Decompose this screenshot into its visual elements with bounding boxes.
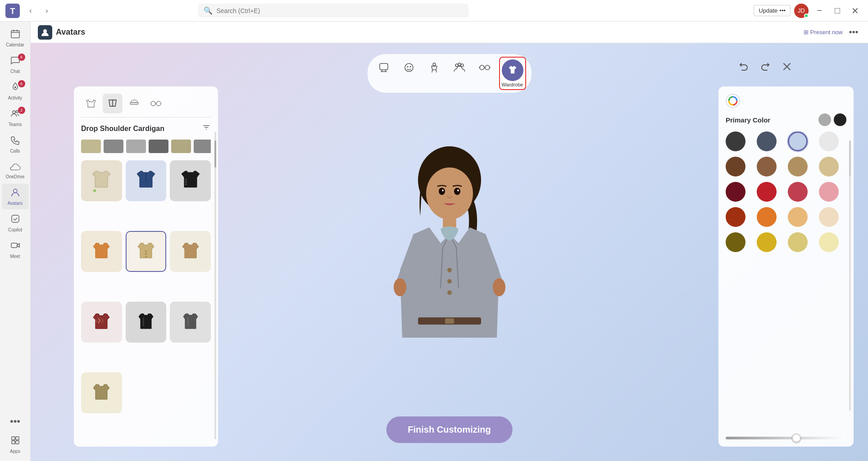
sidebar-item-avatars[interactable]: Avatars <box>2 184 29 209</box>
svg-rect-15 <box>16 441 19 444</box>
wardrobe-scrollbar[interactable] <box>214 131 216 439</box>
calendar-label: Calendar <box>6 42 24 47</box>
color-swatch-lightpink[interactable] <box>819 182 839 202</box>
color-panel-header <box>726 94 846 108</box>
wardrobe-tab-tops[interactable] <box>81 94 101 113</box>
sidebar-item-copilot[interactable]: Copilot <box>2 210 29 236</box>
toolbar-body[interactable] <box>423 57 445 90</box>
color-slider[interactable] <box>726 437 846 439</box>
nav-buttons: ‹ › <box>23 4 54 18</box>
wardrobe-label: Wardrobe <box>502 82 523 87</box>
color-swatch-lighttan[interactable] <box>819 157 839 176</box>
color-swatch-brown[interactable] <box>757 157 777 176</box>
color-panel-scrollbar-thumb[interactable] <box>849 140 851 176</box>
color-swatch-yellow[interactable] <box>757 232 777 252</box>
wardrobe-item-9[interactable] <box>170 302 211 343</box>
strip-item-1[interactable] <box>81 140 101 153</box>
wardrobe-item-1[interactable] <box>81 160 122 201</box>
avatars-label: Avatars <box>8 201 23 206</box>
strip-item-2[interactable] <box>104 140 123 153</box>
wardrobe-item-4[interactable] <box>81 231 122 272</box>
update-button[interactable]: Update ••• <box>754 5 791 16</box>
search-input[interactable] <box>216 7 463 14</box>
primary-swatch-gray[interactable] <box>818 113 831 126</box>
undo-button[interactable] <box>735 58 753 76</box>
color-swatch-red[interactable] <box>757 182 777 202</box>
redo-button[interactable] <box>756 58 774 76</box>
wardrobe-tab-glasses[interactable] <box>146 94 166 113</box>
wardrobe-scrollbar-thumb[interactable] <box>214 140 216 167</box>
slider-thumb[interactable] <box>792 434 801 443</box>
finish-customizing-button[interactable]: Finish Customizing <box>386 416 512 443</box>
color-swatch-crimson[interactable] <box>788 182 808 202</box>
sidebar-item-calendar[interactable]: Calendar <box>2 25 29 51</box>
present-icon: ⊞ <box>804 29 809 36</box>
close-window-button[interactable]: ✕ <box>848 4 863 18</box>
user-avatar: JD <box>794 4 809 18</box>
avatars-icon <box>10 187 20 200</box>
wardrobe-item-5[interactable] <box>126 231 167 272</box>
sidebar-item-apps[interactable]: Apps <box>2 432 29 457</box>
maximize-button[interactable]: □ <box>830 4 845 18</box>
toolbar-wardrobe[interactable]: Wardrobe <box>499 57 526 90</box>
svg-point-38 <box>145 250 147 252</box>
present-now-button[interactable]: ⊞ Present now <box>804 29 843 36</box>
color-swatch-cream[interactable] <box>819 207 839 227</box>
wardrobe-tab-hats[interactable] <box>124 94 144 113</box>
wardrobe-tab-bottoms[interactable] <box>103 94 123 113</box>
wardrobe-btn[interactable] <box>502 59 523 81</box>
forward-button[interactable]: › <box>40 4 54 18</box>
color-swatch-lightyellow[interactable] <box>788 232 808 252</box>
color-swatch-orange[interactable] <box>757 207 777 227</box>
color-swatch-tan[interactable] <box>788 157 808 176</box>
color-swatch-darkyellow[interactable] <box>726 232 745 252</box>
color-swatch-peach[interactable] <box>788 207 808 227</box>
strip-item-3[interactable] <box>126 140 146 153</box>
wardrobe-item-7[interactable] <box>81 302 122 343</box>
color-swatch-lightgray[interactable] <box>819 131 839 151</box>
teams-logo: T <box>5 4 20 18</box>
toolbar-accessories[interactable] <box>474 57 495 90</box>
color-swatch-darkbrown[interactable] <box>726 157 745 176</box>
sidebar-item-more[interactable]: ••• <box>2 412 29 431</box>
search-icon: 🔍 <box>204 6 213 15</box>
color-swatch-darkorange[interactable] <box>726 207 745 227</box>
toolbar-avatar-select[interactable] <box>373 57 395 90</box>
sidebar-item-calls[interactable]: Calls <box>2 131 29 157</box>
wardrobe-item-8[interactable] <box>126 302 167 343</box>
wardrobe-item-3[interactable] <box>170 160 211 201</box>
wardrobe-item-10[interactable] <box>81 372 122 413</box>
sidebar-item-meet[interactable]: Meet <box>2 237 29 262</box>
minimize-button[interactable]: − <box>812 4 827 18</box>
accessories-btn[interactable] <box>474 57 495 78</box>
toolbar-face[interactable] <box>398 57 420 90</box>
color-swatch-lightblue[interactable] <box>788 131 808 151</box>
strip-item-4[interactable] <box>149 140 168 153</box>
team-btn[interactable] <box>449 57 470 78</box>
filter-button[interactable] <box>202 123 211 134</box>
app-more-button[interactable]: ••• <box>846 25 861 40</box>
color-panel-scrollbar[interactable] <box>849 140 851 411</box>
calls-label: Calls <box>10 149 20 154</box>
avatar-select-btn[interactable] <box>373 57 395 78</box>
wardrobe-item-6[interactable] <box>170 231 211 272</box>
color-swatch-paleyelow[interactable] <box>819 232 839 252</box>
color-swatch-slate[interactable] <box>757 131 777 151</box>
strip-item-6[interactable] <box>194 140 211 153</box>
close-editor-button[interactable] <box>778 58 796 76</box>
face-btn[interactable] <box>398 57 420 78</box>
sidebar-item-onedrive[interactable]: OneDrive <box>2 158 29 183</box>
back-button[interactable]: ‹ <box>23 4 38 18</box>
content-area: Avatars ⊞ Present now ••• <box>31 22 868 461</box>
sidebar-item-teams[interactable]: 2 Teams <box>2 105 29 131</box>
strip-item-5[interactable] <box>171 140 191 153</box>
color-swatch-darkred[interactable] <box>726 182 745 202</box>
toolbar-team[interactable] <box>449 57 470 90</box>
primary-swatch-black[interactable] <box>834 113 846 126</box>
slider-track <box>726 437 846 439</box>
wardrobe-item-2[interactable] <box>126 160 167 201</box>
sidebar-item-activity[interactable]: 6 Activity <box>2 78 29 104</box>
color-swatch-darkgray[interactable] <box>726 131 745 151</box>
body-btn[interactable] <box>423 57 445 78</box>
sidebar-item-chat[interactable]: 6 Chat <box>2 52 29 77</box>
